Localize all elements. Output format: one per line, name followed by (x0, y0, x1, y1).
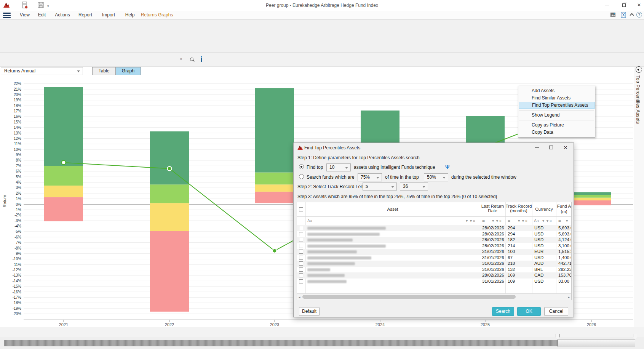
collapse-ribbon-icon[interactable] (630, 13, 634, 16)
menu-item-report[interactable]: Report (78, 12, 92, 18)
timeline-left-handle[interactable] (556, 334, 560, 339)
table-row[interactable]: 31/01/2026100EUR1,515.39 (297, 249, 572, 255)
bar-segment-2022[interactable] (150, 231, 189, 311)
line-marker-2023[interactable] (273, 249, 277, 253)
row-checkbox[interactable] (299, 279, 303, 283)
column-header-currency[interactable]: Currency (532, 207, 556, 211)
menu-item-edit[interactable]: Edit (38, 12, 46, 18)
table-row[interactable]: 28/02/2026214USD3,100.00 (297, 243, 572, 249)
new-report-icon[interactable] (21, 2, 28, 9)
asset-filter-input[interactable]: Aa (307, 218, 312, 223)
panel-collapse-icon[interactable] (636, 66, 642, 73)
row-checkbox[interactable] (299, 244, 303, 248)
scroll-right-icon[interactable]: ▸ (568, 295, 570, 299)
currency-filter-icons[interactable]: ▾ ▼✕ (542, 218, 552, 223)
menu-item-import[interactable]: Import (102, 12, 115, 18)
bar-segment-2026[interactable] (572, 195, 611, 198)
minimize-button[interactable] (600, 0, 613, 10)
menu-item-view[interactable]: View (20, 12, 30, 18)
bar-segment-2021[interactable] (44, 166, 83, 186)
help-icon[interactable]: ? (636, 12, 642, 18)
row-checkbox[interactable] (299, 250, 303, 254)
table-horizontal-scrollbar[interactable]: ◂ ▸ (297, 293, 571, 300)
info-icon[interactable] (200, 56, 203, 62)
tab-returns-graphs[interactable]: Returns Graphs (141, 12, 173, 18)
row-checkbox[interactable] (299, 232, 303, 236)
bar-segment-2023[interactable] (255, 184, 294, 192)
graph-view-button[interactable]: Graph (115, 67, 141, 75)
table-row[interactable]: 31/01/202667USD1,400.00 (297, 255, 572, 261)
date-filter-equals[interactable]: = (482, 218, 485, 224)
menu-item-help[interactable]: Help (125, 12, 135, 18)
column-header-track-record[interactable]: Track Record (months) (505, 204, 532, 213)
select-all-checkbox[interactable] (299, 207, 303, 211)
asset-filter-caret-icon[interactable]: ▾ ▼✕ (466, 218, 475, 223)
column-header-last-return-date[interactable]: Last Return Date (480, 204, 505, 213)
table-row[interactable]: 28/02/2026294USD5,693.00 (297, 225, 572, 231)
bar-segment-2023[interactable] (255, 173, 294, 185)
menu-item-actions[interactable]: Actions (55, 12, 70, 18)
table-row[interactable]: 28/02/2026182USD4,124.02 (297, 237, 572, 243)
hamburger-menu-icon[interactable] (2, 12, 12, 19)
search-asset-icon[interactable] (190, 58, 195, 62)
context-menu-item-copy-data[interactable]: Copy Data (519, 129, 594, 136)
column-header-asset[interactable]: Asset (305, 207, 480, 211)
fund-filter-equals[interactable]: = (558, 218, 561, 224)
bar-segment-2022[interactable] (150, 203, 189, 231)
timeline-right-handle[interactable] (633, 334, 637, 339)
find-top-radio[interactable] (299, 164, 304, 169)
track-filter-icons[interactable]: ▾ ▼✕ (518, 218, 527, 223)
bar-segment-2022[interactable] (150, 131, 189, 184)
save-icon[interactable] (37, 2, 44, 9)
table-view-button[interactable]: Table (92, 67, 116, 75)
table-row[interactable]: 31/01/2026109USD33.00 (297, 279, 572, 285)
timeline-slider[interactable] (0, 337, 644, 349)
track-record-operator-dropdown[interactable]: ≥ (363, 183, 397, 191)
timeline-selected-range[interactable] (558, 339, 635, 347)
bar-segment-2023[interactable] (255, 88, 294, 172)
top-pct-dropdown[interactable]: 50% (424, 173, 448, 181)
context-menu-item-copy-as-picture[interactable]: Copy as Picture (519, 122, 594, 129)
pct-of-time-dropdown[interactable]: 75% (358, 173, 382, 181)
bar-segment-2021[interactable] (44, 87, 83, 166)
ok-button[interactable]: OK (517, 307, 541, 316)
bar-segment-2026[interactable] (572, 198, 611, 200)
context-menu-item-find-top-percentiles-assets[interactable]: Find Top Percentiles Assets (519, 102, 594, 109)
search-button[interactable]: Search (492, 307, 514, 316)
line-marker-2022[interactable] (168, 166, 172, 171)
export-picture-icon[interactable] (610, 12, 616, 18)
fund-filter-caret-icon[interactable]: ▾ (566, 218, 568, 223)
row-checkbox[interactable] (299, 273, 303, 277)
bar-segment-2021[interactable] (44, 186, 83, 197)
track-record-value-dropdown[interactable]: 36 (400, 183, 428, 191)
export-excel-icon[interactable]: X (620, 12, 626, 18)
row-checkbox[interactable] (299, 238, 303, 242)
period-dropdown[interactable]: Returns Annual (1, 67, 83, 75)
bar-segment-2026[interactable] (572, 200, 611, 205)
context-menu-item-add-assets[interactable]: Add Assets (519, 87, 594, 94)
clear-asset-icon[interactable]: × (180, 57, 182, 61)
quick-access-more-icon[interactable]: ▾ (47, 4, 51, 7)
bar-segment-2021[interactable] (44, 197, 83, 221)
timeline-track-history[interactable] (4, 340, 558, 346)
context-menu-item-show-legend[interactable]: Show Legend (519, 112, 594, 119)
row-checkbox[interactable] (299, 256, 303, 260)
scrollbar-thumb[interactable] (302, 295, 516, 299)
close-button[interactable]: ✕ (633, 0, 644, 10)
bar-segment-2022[interactable] (150, 184, 189, 203)
dialog-minimize-button[interactable] (531, 143, 543, 152)
default-button[interactable]: Default (299, 307, 320, 316)
cancel-button[interactable]: Cancel (544, 307, 568, 316)
scroll-left-icon[interactable]: ◂ (299, 295, 300, 299)
table-row[interactable]: 28/02/2026169CAD153.70 (297, 272, 572, 279)
row-checkbox[interactable] (299, 261, 303, 266)
context-menu-item-find-similar-assets[interactable]: Find Similar Assets (519, 94, 594, 102)
maximize-button[interactable] (617, 0, 630, 10)
side-tab-top-percentiles-assets[interactable]: Top Percentiles Assets (635, 75, 641, 124)
bar-segment-2026[interactable] (572, 192, 611, 195)
table-row[interactable]: 31/01/2026218AUD442.71 (297, 261, 572, 267)
table-row[interactable]: 28/02/2026294USD5,693.00 (297, 231, 572, 237)
line-marker-2021[interactable] (62, 160, 66, 165)
dialog-close-button[interactable]: ✕ (559, 143, 572, 152)
track-filter-equals[interactable]: = (508, 218, 510, 224)
